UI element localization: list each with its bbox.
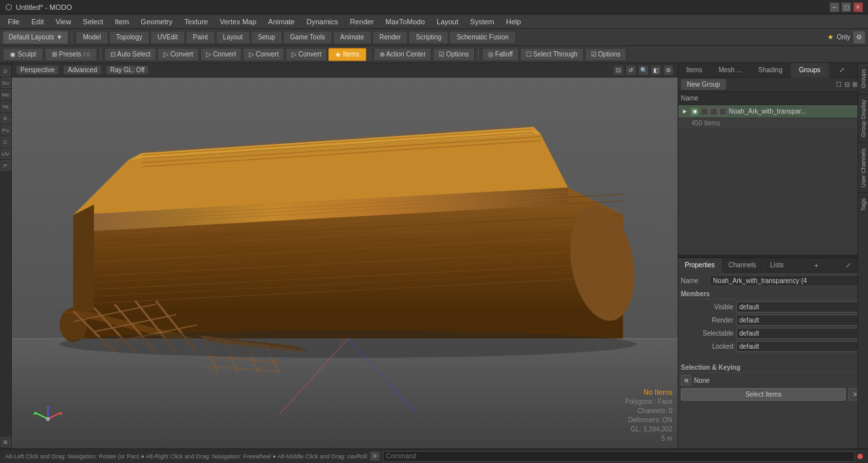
tab-topology[interactable]: Topology (109, 31, 150, 44)
left-tool-5[interactable]: E (1, 113, 11, 123)
tab-shading[interactable]: Shading (750, 63, 791, 77)
keying-icon[interactable]: ⊞ (681, 375, 691, 386)
items-button[interactable]: ◈ Items (328, 48, 366, 61)
menu-view[interactable]: View (51, 16, 77, 27)
statusbar-arrow-button[interactable]: > (370, 451, 380, 461)
tab-render[interactable]: Render (372, 31, 408, 44)
groups-icon-1[interactable]: ☐ (836, 81, 842, 88)
close-button[interactable]: ✕ (854, 3, 863, 12)
menu-animate[interactable]: Animate (263, 16, 299, 27)
left-tool-expand[interactable]: ⊞ (1, 437, 11, 447)
view-options-icon[interactable]: ◧ (651, 65, 661, 76)
left-tool-2[interactable]: Du (1, 77, 11, 88)
restore-button[interactable]: ◻ (842, 3, 851, 12)
menu-help[interactable]: Help (501, 16, 527, 27)
render-dropdown[interactable]: default (736, 315, 865, 326)
left-tool-7[interactable]: C (1, 137, 11, 147)
tab-schematic-fusion[interactable]: Schematic Fusion (449, 31, 515, 44)
zoom-icon[interactable]: 🔍 (638, 65, 649, 76)
menu-edit[interactable]: Edit (26, 16, 49, 27)
group-check-1[interactable] (701, 108, 708, 116)
select-items-button[interactable]: Select Items (681, 388, 846, 401)
ray-gl-button[interactable]: Ray GL: Off (106, 65, 150, 75)
sculpt-button[interactable]: ◉ Sculpt (3, 48, 43, 61)
new-group-button[interactable]: New Group (681, 79, 726, 90)
falloff-button[interactable]: ◎ Falloff (482, 48, 519, 61)
tab-paint[interactable]: Paint (186, 31, 215, 44)
name-value[interactable]: Noah_Ark_with_transparency (4 (710, 275, 865, 286)
group-check-3[interactable] (719, 108, 727, 116)
options-button-2[interactable]: ☑ Options (585, 48, 626, 61)
group-visibility-icon[interactable]: ◉ (691, 108, 699, 116)
menu-geometry[interactable]: Geometry (135, 16, 177, 27)
props-expand-icon[interactable]: ⤢ (842, 261, 855, 270)
side-tab-groups[interactable]: Groups (858, 63, 868, 94)
tab-scripting[interactable]: Scripting (408, 31, 448, 44)
menu-layout[interactable]: Layout (431, 16, 464, 27)
options-button-1[interactable]: ☑ Options (433, 48, 474, 61)
side-tab-tags[interactable]: Tags (858, 192, 868, 216)
auto-select-button[interactable]: ⊡ Auto Select (104, 48, 156, 61)
tab-mesh[interactable]: Mesh ... (710, 63, 750, 77)
perspective-button[interactable]: Perspective (16, 65, 59, 75)
convert-button-4[interactable]: ▷ Convert (286, 48, 327, 61)
tab-lists[interactable]: Lists (764, 258, 791, 273)
tab-properties[interactable]: Properties (678, 258, 722, 273)
action-center-button[interactable]: ⊕ Action Center (374, 48, 432, 61)
side-tab-group-display[interactable]: Group Display (858, 94, 868, 143)
tab-groups[interactable]: Groups (791, 63, 829, 77)
layout-dropdown[interactable]: Default Layouts ▼ (3, 31, 68, 44)
no-items-status: No Items (625, 387, 672, 397)
panel-expand-icon[interactable]: ⤢ (835, 63, 848, 77)
add-tab-button[interactable]: + (810, 260, 822, 271)
rotate-reset-icon[interactable]: ↺ (626, 65, 636, 76)
menu-item[interactable]: Item (110, 16, 134, 27)
advanced-button[interactable]: Advanced (63, 65, 101, 75)
left-tool-8[interactable]: UV (1, 148, 11, 159)
menu-vertex-map[interactable]: Vertex Map (215, 16, 262, 27)
tab-uvedit[interactable]: UVEdit (150, 31, 185, 44)
menu-render[interactable]: Render (345, 16, 379, 27)
3d-scene[interactable]: No Items Polygons : Face Channels: 0 Def… (12, 77, 678, 449)
settings-icon[interactable]: ⚙ (663, 65, 674, 76)
group-expand-toggle[interactable]: ▶ (681, 108, 689, 116)
tab-animate[interactable]: Animate (333, 31, 372, 44)
tab-layout[interactable]: Layout (216, 31, 250, 44)
minimize-button[interactable]: ─ (830, 3, 839, 12)
groups-icon-3[interactable]: ⊞ (852, 81, 857, 88)
locked-dropdown[interactable]: default (736, 341, 865, 352)
visible-dropdown[interactable]: default (736, 301, 865, 313)
group-item-noah[interactable]: ▶ ◉ Noah_Ark_with_transpar... (678, 105, 868, 118)
menu-file[interactable]: File (3, 16, 25, 27)
viewport[interactable]: Perspective Advanced Ray GL: Off ⊡ ↺ 🔍 ◧… (12, 63, 678, 449)
menu-dynamics[interactable]: Dynamics (301, 16, 343, 27)
tab-items[interactable]: Items (678, 63, 710, 77)
convert-button-3[interactable]: ▷ Convert (243, 48, 284, 61)
menu-select[interactable]: Select (77, 16, 108, 27)
menu-maxtoModo[interactable]: MaxToModo (380, 16, 430, 27)
tab-game-tools[interactable]: Game Tools (283, 31, 332, 44)
left-tool-9[interactable]: P (1, 160, 11, 171)
group-check-2[interactable] (710, 108, 718, 116)
convert-button-1[interactable]: ▷ Convert (158, 48, 199, 61)
side-tab-user-channels[interactable]: User Channels (858, 143, 868, 193)
command-input[interactable] (383, 451, 855, 462)
presets-button[interactable]: ⊞ Presets F6 (45, 48, 97, 61)
convert-button-2[interactable]: ▷ Convert (200, 48, 242, 61)
titlebar-controls[interactable]: ─ ◻ ✕ (830, 3, 863, 12)
tab-setup[interactable]: Setup (251, 31, 282, 44)
toolbar-settings-button[interactable]: ⚙ (853, 31, 865, 44)
select-through-button[interactable]: ☐ Select Through (520, 48, 584, 61)
left-tool-3[interactable]: Me (1, 89, 11, 100)
left-tool-6[interactable]: Po (1, 125, 11, 135)
toolbar-separator-4 (478, 49, 479, 60)
left-tool-1[interactable]: D (1, 66, 11, 76)
tab-channels[interactable]: Channels (722, 258, 764, 273)
left-tool-4[interactable]: Ve (1, 101, 11, 112)
menu-texture[interactable]: Texture (179, 16, 213, 27)
tab-model[interactable]: Model (76, 31, 108, 44)
menu-system[interactable]: System (465, 16, 500, 27)
selectable-dropdown[interactable]: default (736, 328, 865, 339)
groups-icon-2[interactable]: ⊟ (844, 81, 850, 88)
fit-icon[interactable]: ⊡ (613, 65, 624, 76)
